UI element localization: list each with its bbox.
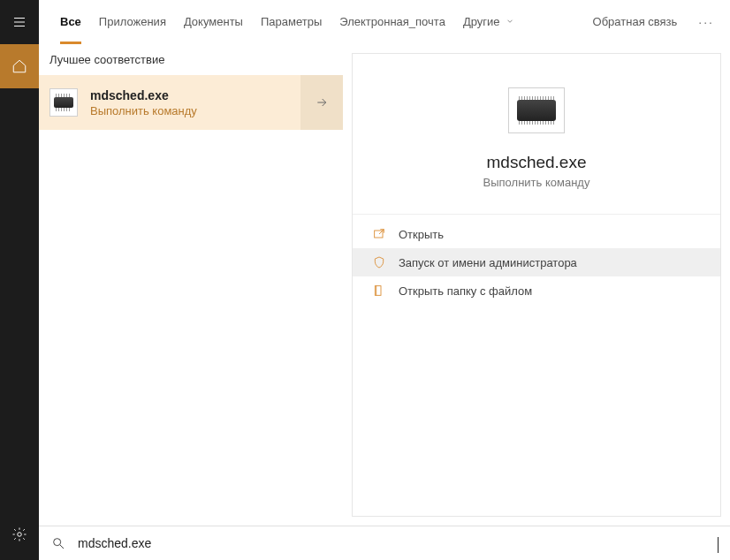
svg-point-9 — [54, 539, 61, 546]
feedback-link[interactable]: Обратная связь — [593, 15, 678, 28]
detail-chip-icon — [508, 87, 565, 133]
search-icon — [51, 536, 65, 550]
detail-actions: Открыть Запуск от имени администратора О… — [353, 215, 720, 310]
best-match-result: mdsched.exe Выполнить команду — [39, 75, 343, 130]
open-icon — [372, 227, 386, 241]
hamburger-icon — [11, 14, 27, 30]
tab-settings[interactable]: Параметры — [261, 0, 322, 44]
detail-title: mdsched.exe — [486, 153, 586, 172]
chevron-down-icon — [506, 15, 514, 28]
filter-tabs: Все Приложения Документы Параметры Элект… — [39, 0, 730, 44]
tab-all[interactable]: Все — [60, 0, 81, 44]
detail-panel: mdsched.exe Выполнить команду Открыть За… — [352, 53, 721, 517]
tab-documents[interactable]: Документы — [184, 0, 243, 44]
left-sidebar — [0, 0, 39, 560]
folder-icon — [372, 284, 386, 298]
detail-column: mdsched.exe Выполнить команду Открыть За… — [343, 44, 730, 526]
search-bar — [39, 526, 730, 560]
action-open[interactable]: Открыть — [353, 220, 720, 248]
detail-subtitle: Выполнить команду — [483, 176, 590, 189]
tab-more[interactable]: Другие — [463, 0, 514, 44]
action-open-label: Открыть — [399, 228, 444, 241]
best-match-header: Лучшее соответствие — [39, 44, 343, 75]
expand-result-button[interactable] — [300, 75, 343, 130]
more-options-button[interactable]: ··· — [698, 15, 714, 29]
result-item[interactable]: mdsched.exe Выполнить команду — [39, 88, 300, 117]
action-open-folder[interactable]: Открыть папку с файлом — [353, 276, 720, 305]
action-run-as-admin[interactable]: Запуск от имени администратора — [353, 248, 720, 276]
menu-button[interactable] — [0, 0, 39, 44]
ellipsis-icon: ··· — [698, 15, 714, 29]
action-open-folder-label: Открыть папку с файлом — [399, 284, 532, 298]
tab-email[interactable]: Электронная_почта — [339, 0, 445, 44]
home-icon — [11, 58, 27, 74]
tab-apps[interactable]: Приложения — [99, 0, 166, 44]
svg-line-10 — [60, 545, 64, 549]
shield-icon — [372, 255, 386, 269]
search-input[interactable] — [78, 536, 232, 550]
result-title: mdsched.exe — [90, 88, 197, 102]
result-subtitle: Выполнить команду — [90, 104, 197, 117]
home-button[interactable] — [0, 44, 39, 88]
chip-icon — [49, 88, 78, 117]
tab-more-label: Другие — [463, 15, 500, 28]
gear-icon — [11, 526, 27, 542]
settings-button[interactable] — [0, 512, 39, 556]
svg-point-3 — [18, 533, 22, 537]
svg-line-6 — [379, 230, 384, 234]
results-column: Лучшее соответствие mdsched.exe Выполнит… — [39, 44, 343, 526]
action-run-as-admin-label: Запуск от имени администратора — [399, 256, 577, 269]
arrow-right-icon — [315, 95, 329, 110]
